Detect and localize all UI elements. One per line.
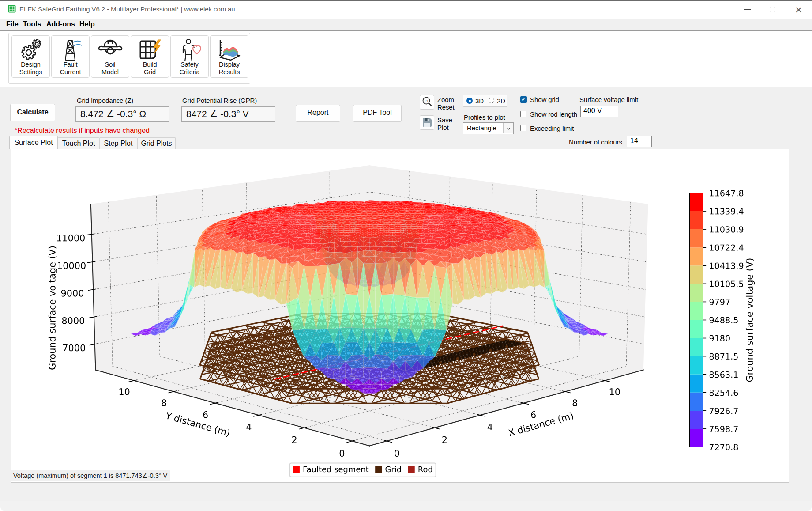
svg-text:1:1: 1:1: [424, 99, 428, 102]
